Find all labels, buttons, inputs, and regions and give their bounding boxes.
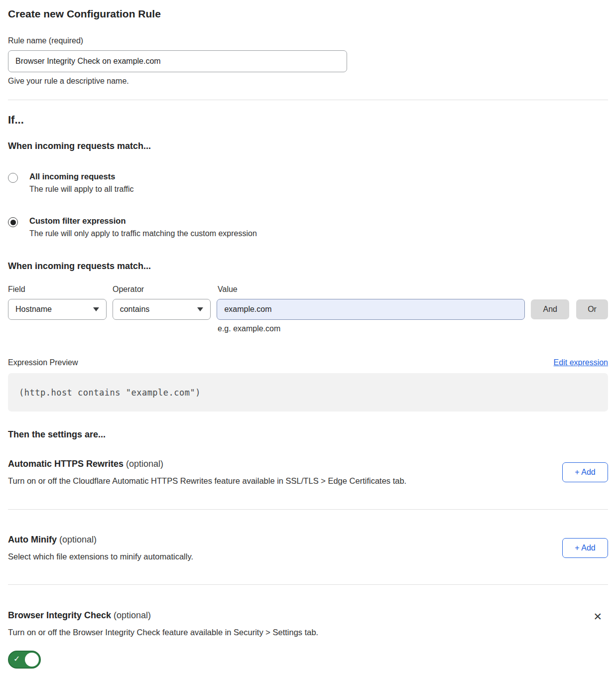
radio-option-description: The rule will apply to all traffic bbox=[29, 185, 134, 194]
setting-browser-integrity-check: Browser Integrity Check (optional) ✕ Tur… bbox=[8, 610, 608, 671]
setting-texts: Auto Minify (optional) Select which file… bbox=[8, 535, 562, 561]
browser-integrity-check-toggle[interactable]: ✓ bbox=[8, 651, 41, 669]
operator-label: Operator bbox=[113, 285, 218, 294]
operator-select[interactable]: contains bbox=[113, 299, 211, 320]
setting-title-optional: (optional) bbox=[57, 535, 97, 545]
expression-builder-labels: Field Operator Value bbox=[8, 285, 608, 294]
add-automatic-https-rewrites-button[interactable]: + Add bbox=[562, 462, 608, 482]
setting-title-name: Auto Minify bbox=[8, 535, 57, 545]
expression-preview-label: Expression Preview bbox=[8, 358, 78, 367]
match-heading: When incoming requests match... bbox=[8, 141, 608, 151]
toggle-knob[interactable] bbox=[25, 653, 39, 667]
radio-option-description: The rule will only apply to traffic matc… bbox=[29, 229, 257, 238]
if-heading: If... bbox=[8, 114, 608, 127]
setting-automatic-https-rewrites: Automatic HTTPS Rewrites (optional) Turn… bbox=[8, 459, 608, 486]
or-button[interactable]: Or bbox=[576, 299, 608, 319]
close-icon[interactable]: ✕ bbox=[593, 611, 602, 622]
setting-auto-minify: Auto Minify (optional) Select which file… bbox=[8, 535, 608, 561]
radio-icon-selected[interactable] bbox=[8, 217, 18, 227]
chevron-down-icon bbox=[93, 307, 99, 311]
and-button[interactable]: And bbox=[531, 299, 569, 319]
radio-option-custom-filter-expression[interactable]: Custom filter expression The rule will o… bbox=[8, 216, 608, 238]
setting-header: Browser Integrity Check (optional) ✕ bbox=[8, 610, 608, 622]
then-settings-heading: Then the settings are... bbox=[8, 429, 608, 440]
chevron-down-icon bbox=[197, 307, 203, 311]
rule-name-help: Give your rule a descriptive name. bbox=[8, 77, 608, 86]
value-hint: e.g. example.com bbox=[218, 324, 608, 333]
setting-title: Automatic HTTPS Rewrites (optional) bbox=[8, 459, 550, 469]
rule-name-label: Rule name (required) bbox=[8, 36, 608, 45]
section-divider bbox=[8, 509, 608, 510]
radio-icon[interactable] bbox=[8, 173, 18, 183]
setting-description: Turn on or off the Browser Integrity Che… bbox=[8, 628, 608, 637]
expression-preview-header: Expression Preview Edit expression bbox=[8, 358, 608, 367]
radio-option-texts: Custom filter expression The rule will o… bbox=[29, 216, 257, 238]
create-configuration-rule-form: Create new Configuration Rule Rule name … bbox=[0, 8, 616, 671]
radio-option-all-incoming-requests[interactable]: All incoming requests The rule will appl… bbox=[8, 172, 608, 194]
value-label: Value bbox=[218, 285, 238, 294]
setting-title-name: Automatic HTTPS Rewrites bbox=[8, 459, 123, 469]
expression-builder-row: Hostname contains And Or bbox=[8, 299, 608, 320]
radio-option-label: All incoming requests bbox=[29, 172, 134, 181]
field-select-value: Hostname bbox=[15, 305, 52, 314]
setting-title-optional: (optional) bbox=[123, 459, 163, 469]
setting-title: Auto Minify (optional) bbox=[8, 535, 550, 545]
field-select[interactable]: Hostname bbox=[8, 299, 107, 320]
setting-description: Turn on or off the Cloudflare Automatic … bbox=[8, 476, 550, 486]
setting-title: Browser Integrity Check (optional) bbox=[8, 610, 151, 621]
setting-title-optional: (optional) bbox=[111, 610, 151, 620]
operator-select-value: contains bbox=[120, 305, 150, 314]
setting-texts: Automatic HTTPS Rewrites (optional) Turn… bbox=[8, 459, 562, 486]
expression-preview-box: (http.host contains "example.com") bbox=[8, 373, 608, 412]
expression-builder-heading: When incoming requests match... bbox=[8, 261, 608, 272]
section-divider bbox=[8, 100, 608, 100]
section-divider bbox=[8, 584, 608, 585]
field-label: Field bbox=[8, 285, 113, 294]
check-icon: ✓ bbox=[13, 654, 20, 664]
setting-title-name: Browser Integrity Check bbox=[8, 610, 111, 620]
radio-option-texts: All incoming requests The rule will appl… bbox=[29, 172, 134, 194]
setting-description: Select which file extensions to minify a… bbox=[8, 552, 550, 561]
rule-name-input[interactable] bbox=[8, 50, 347, 72]
page-title: Create new Configuration Rule bbox=[8, 8, 608, 20]
edit-expression-link[interactable]: Edit expression bbox=[554, 358, 608, 367]
radio-option-label: Custom filter expression bbox=[29, 216, 257, 226]
expression-code: (http.host contains "example.com") bbox=[19, 388, 201, 398]
value-input[interactable] bbox=[217, 299, 525, 320]
add-auto-minify-button[interactable]: + Add bbox=[562, 538, 608, 558]
